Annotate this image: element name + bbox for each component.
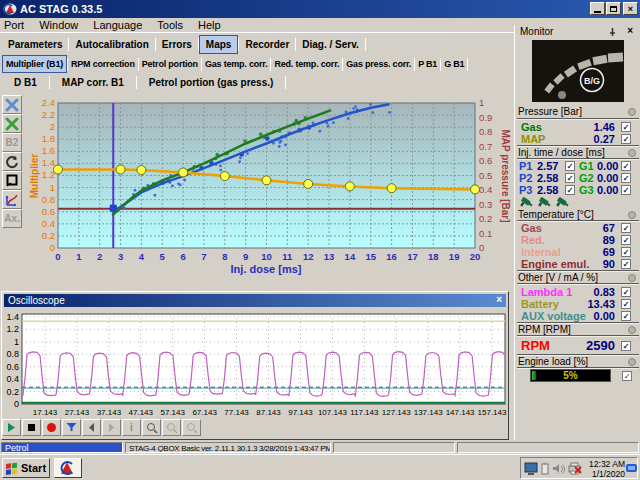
other-header-icon[interactable] [628, 274, 636, 282]
tab-recorder[interactable]: Recorder [239, 36, 295, 53]
checkbox-checked-icon[interactable]: ✓ [621, 299, 631, 309]
chart-tool-b2-button[interactable]: B2 [2, 133, 22, 152]
tab-map-corr-b1[interactable]: MAP corr. B1 [50, 74, 136, 91]
checkbox-checked-icon[interactable]: ✓ [621, 287, 631, 297]
osc-zoom-in-button[interactable] [182, 419, 201, 436]
osc-info-button[interactable]: i [122, 419, 141, 436]
svg-text:0: 0 [50, 242, 55, 253]
checkbox-checked-icon[interactable]: ✓ [621, 311, 631, 321]
inj-header-icon[interactable] [628, 149, 636, 157]
tab-p-b1[interactable]: P B1 [415, 56, 440, 72]
load-header-icon[interactable] [628, 358, 636, 366]
chart-tool-green-x-button[interactable] [2, 114, 22, 133]
tab-gas-press-corr[interactable]: Gas press. corr. [343, 56, 414, 72]
clock-time: 12:32 AM [583, 459, 625, 469]
oscilloscope-close-icon[interactable]: × [496, 294, 502, 305]
menu-port[interactable]: Port [4, 19, 24, 31]
engine-load-bar: 5% [530, 369, 611, 382]
chart-tool-refresh-button[interactable] [2, 152, 22, 171]
tab-parameters[interactable]: Parameters [2, 36, 68, 53]
chart-tool-select-button[interactable] [2, 171, 22, 190]
menu-window[interactable]: Window [39, 19, 78, 31]
start-button[interactable]: Start [2, 458, 50, 478]
injector-icon[interactable] [537, 195, 552, 209]
osc-play-button[interactable] [2, 419, 21, 436]
pin-icon[interactable] [608, 27, 617, 37]
checkbox-checked-icon[interactable]: ✓ [621, 341, 631, 351]
checkbox-checked-icon[interactable]: ✓ [621, 173, 631, 183]
osc-prev-button[interactable] [82, 419, 101, 436]
checkbox-checked-icon[interactable]: ✓ [621, 161, 631, 171]
checkbox-checked-icon[interactable]: ✓ [565, 173, 575, 183]
tab-g-b1[interactable]: G B1 [441, 56, 467, 72]
osc-zoom-out-button[interactable] [162, 419, 181, 436]
tray-display-icon[interactable] [524, 462, 538, 475]
svg-text:11: 11 [282, 251, 293, 262]
checkbox-checked-icon[interactable]: ✓ [621, 235, 631, 245]
menu-language[interactable]: Language [93, 19, 142, 31]
temp-header-icon[interactable] [628, 211, 636, 219]
bg-gauge[interactable]: B/G [532, 40, 624, 102]
checkbox-checked-icon[interactable]: ✓ [622, 371, 632, 381]
osc-zoom-button[interactable] [142, 419, 161, 436]
tray-printer-error-icon[interactable] [567, 462, 582, 475]
tab-diag-serv[interactable]: Diag. / Serv. [296, 36, 365, 53]
restore-button[interactable] [606, 2, 621, 15]
monitor-close-icon[interactable]: × [627, 25, 633, 36]
multiplier-chart[interactable]: 0123456789101112131415161718192000.20.40… [24, 91, 512, 290]
chart-tool-curve-button[interactable] [2, 190, 22, 209]
tab-petrol-portion[interactable]: Petrol portion [139, 56, 201, 72]
svg-text:3: 3 [118, 251, 123, 262]
other-header: Other [V / mA / %] [518, 272, 598, 283]
tab-autocalibration[interactable]: Autocalibration [69, 36, 154, 53]
monitor-title: Monitor [520, 26, 553, 37]
osc-record-button[interactable] [42, 419, 61, 436]
tray-clock[interactable]: 12:32 AM 1/1/2020 [583, 459, 625, 479]
tab-red-temp-corr[interactable]: Red. temp. corr. [271, 56, 342, 72]
checkbox-checked-icon[interactable]: ✓ [621, 247, 631, 257]
injector-icon[interactable] [519, 195, 534, 209]
chart-tool-blue-x-button[interactable] [2, 95, 22, 114]
checkbox-checked-icon[interactable]: ✓ [621, 122, 631, 132]
menu-tools[interactable]: Tools [157, 19, 183, 31]
rpm-header-icon[interactable] [628, 326, 636, 334]
close-button[interactable]: × [623, 2, 638, 15]
minimize-button[interactable] [590, 2, 605, 15]
tab-multiplier-b1[interactable]: Multiplier (B1) [2, 55, 67, 73]
tab-petrol-portion-gas-press[interactable]: Petrol portion (gas press.) [137, 74, 285, 91]
chart-tool-axes-button[interactable]: Ax. [2, 209, 22, 228]
osc-filter-button[interactable] [62, 419, 81, 436]
checkbox-checked-icon[interactable]: ✓ [621, 185, 631, 195]
osc-next-button[interactable] [102, 419, 121, 436]
green-x-icon [5, 117, 19, 131]
svg-text:57.143: 57.143 [160, 408, 185, 417]
svg-text:107.143: 107.143 [318, 408, 347, 417]
tab-maps[interactable]: Maps [199, 35, 239, 54]
tab-d-b1[interactable]: D B1 [2, 74, 49, 91]
tray-battery-icon[interactable] [540, 462, 550, 475]
app-taskbar-button[interactable] [54, 458, 82, 478]
checkbox-checked-icon[interactable]: ✓ [621, 223, 631, 233]
oscilloscope-chart[interactable]: 00.20.40.60.811.21.417.14327.14337.14347… [4, 307, 508, 419]
svg-text:14: 14 [345, 251, 356, 262]
status-device-info: STAG-4 QBOX Basic ver. 2.11.1 30.1.3 3/2… [125, 442, 331, 453]
checkbox-checked-icon[interactable]: ✓ [565, 161, 575, 171]
svg-text:0: 0 [55, 251, 60, 262]
pressure-header-icon[interactable] [628, 108, 636, 116]
svg-text:97.143: 97.143 [288, 408, 313, 417]
menu-help[interactable]: Help [198, 19, 221, 31]
info-icon: i [130, 422, 133, 433]
tab-errors[interactable]: Errors [156, 36, 198, 53]
injector-icon[interactable] [555, 195, 570, 209]
tab-rpm-correction[interactable]: RPM correction [68, 56, 138, 72]
stop-icon [28, 424, 35, 431]
checkbox-checked-icon[interactable]: ✓ [621, 259, 631, 269]
svg-text:77.143: 77.143 [224, 408, 249, 417]
tab-gas-temp-corr[interactable]: Gas temp. corr. [202, 56, 271, 72]
svg-text:MAP pressure [Bar]: MAP pressure [Bar] [500, 129, 511, 222]
tray-desktop-icon[interactable] [626, 463, 638, 474]
tray-volume-icon[interactable] [552, 462, 565, 475]
checkbox-checked-icon[interactable]: ✓ [621, 134, 631, 144]
osc-stop-button[interactable] [22, 419, 41, 436]
checkbox-checked-icon[interactable]: ✓ [565, 185, 575, 195]
